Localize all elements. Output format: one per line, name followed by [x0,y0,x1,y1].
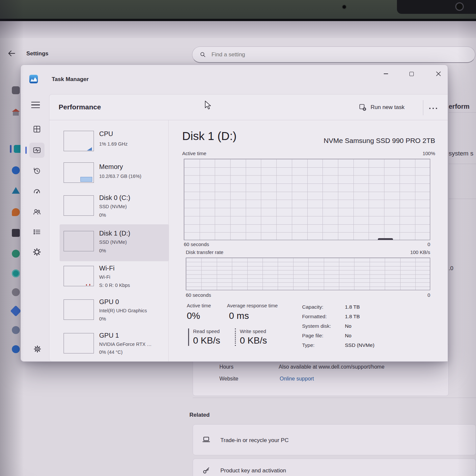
personalization-icon[interactable] [12,208,20,216]
apps-icon[interactable] [12,229,20,237]
item-name: GPU 0 [99,298,119,306]
active-chart-label: Active time [182,151,206,156]
time-language-icon[interactable] [12,269,20,277]
minimize-button[interactable] [379,69,393,79]
fragment-system-text: system s [449,150,473,157]
windows-update-icon[interactable] [12,345,20,353]
item-sub2: 0% (44 °C) [99,350,123,355]
hamburger-menu-icon[interactable] [31,102,40,108]
network-internet-icon[interactable] [12,187,20,194]
prop-value: 1.8 TB [345,314,360,320]
avg-response-label: Average response time [227,303,278,308]
transfer-chart-header: Disk transfer rate 100 KB/s [186,249,430,255]
sidebar-item-performance[interactable] [33,146,41,154]
sidebar-item-details[interactable] [33,228,41,236]
bluetooth-devices-icon[interactable] [12,166,20,174]
transfer-chart-footer: 60 seconds 0 [186,292,430,298]
trade-in-label: Trade-in or recycle your PC [220,437,289,444]
write-speed-value: 0 KB/s [240,335,267,346]
users-icon [33,208,41,216]
fragment-performance-text: erform [449,103,469,110]
toolbar-divider [423,100,423,115]
product-key-row[interactable]: Product key and activation [193,459,476,476]
item-sub2: S: 0 R: 0 Kbps [99,283,130,288]
sidebar-item-startup-apps[interactable] [33,187,41,195]
sidebar-item-app-history[interactable] [33,166,41,175]
write-speed-block: Write speed 0 KB/s [235,328,267,346]
prop-value: SSD (NVMe) [345,342,375,348]
maximize-button[interactable] [405,69,418,79]
sidebar-item-users[interactable] [33,208,41,216]
prop-value: No [345,333,351,339]
back-button[interactable] [7,49,16,58]
window-title: Task Manager [52,76,89,83]
performance-icon [33,146,41,154]
transfer-rate-chart [186,258,430,290]
startup-apps-icon [33,187,41,195]
active-time-stat-value: 0% [187,311,200,321]
minimize-icon [384,73,388,74]
detail-subtitle: NVMe Samsung SSD 990 PRO 2TB [251,137,435,145]
fragment-number-text: .0 [449,265,453,272]
search-input[interactable] [211,51,405,58]
sidebar-item-processes[interactable] [33,125,41,133]
memory-thumbnail [64,162,94,183]
search-icon [200,51,206,58]
close-button[interactable] [432,69,445,79]
header-divider [49,120,448,120]
avatar-icon[interactable] [12,86,20,94]
close-icon [436,71,441,76]
prop-label: Type: [302,342,315,348]
app-history-icon [33,166,41,175]
divider [449,164,476,164]
support-row-label: Website [219,376,238,382]
settings-gear-icon[interactable] [33,345,42,353]
transfer-chart-ymax: 100 KB/s [410,249,430,255]
read-speed-block: Read speed 0 KB/s [188,328,220,346]
bezel-logo-dot [455,2,464,11]
maximize-icon [409,72,414,76]
trade-in-row[interactable]: Trade-in or recycle your PC [193,424,476,455]
home-roof [12,109,20,112]
settings-nav-selected-pill [10,145,12,153]
active-time-blip [378,238,393,240]
transfer-chart-ymin: 0 [428,292,430,298]
item-sub: 1% 1.69 GHz [99,141,127,147]
accounts-icon[interactable] [12,250,20,258]
write-speed-label: Write speed [240,328,267,334]
bezel-seam [0,19,476,21]
run-new-task-icon [359,103,367,111]
divider [449,199,476,199]
item-sub: Intel(R) UHD Graphics [99,308,147,313]
sidebar-item-services[interactable] [33,248,41,256]
details-icon [33,228,41,236]
active-chart-ymin: 0 [428,241,430,247]
read-speed-label: Read speed [193,328,220,334]
cpu-thumbnail [64,131,94,151]
prop-label: System disk: [302,323,331,329]
transfer-chart-xlabel: 60 seconds [186,292,211,298]
related-header: Related [189,412,210,418]
cpu-spike [87,147,92,151]
memory-used-bar [80,177,92,182]
webcam-dot [343,5,346,9]
home-icon[interactable] [12,109,20,117]
active-chart-footer: 60 seconds 0 [184,241,430,247]
run-new-task-button[interactable]: Run new task [359,103,405,111]
item-sub2: 0% [99,212,106,218]
privacy-security-icon[interactable] [12,326,20,334]
active-chart-ymax: 100% [423,151,435,156]
online-support-link[interactable]: Online support [280,376,314,382]
wifi-spike [86,284,87,286]
gaming-icon[interactable] [12,288,20,296]
more-options-button[interactable] [429,108,437,109]
item-sub: SSD (NVMe) [99,239,127,245]
transfer-chart-label: Disk transfer rate [186,249,223,255]
wifi-spike [89,284,90,286]
laptop-icon [202,435,210,444]
item-name: Memory [99,163,123,171]
find-setting-search[interactable] [192,46,475,63]
divider [193,398,476,398]
item-sub2: 0% [99,316,106,322]
home-body [13,112,19,116]
